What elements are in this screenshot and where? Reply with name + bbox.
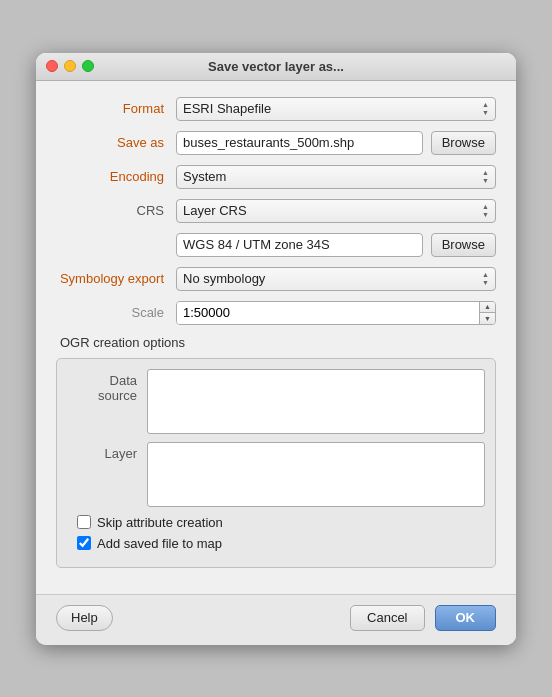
symbology-value: No symbology (183, 271, 265, 286)
scale-up-button[interactable]: ▲ (480, 302, 495, 314)
format-select[interactable]: ESRI Shapefile (176, 97, 496, 121)
encoding-select[interactable]: System (176, 165, 496, 189)
skip-attr-checkbox[interactable] (77, 515, 91, 529)
crs-wgs-value: WGS 84 / UTM zone 34S (183, 237, 330, 252)
saveas-control: buses_restaurants_500m.shp Browse (176, 131, 496, 155)
saveas-browse-button[interactable]: Browse (431, 131, 496, 155)
help-button[interactable]: Help (56, 605, 113, 631)
datasource-label: Data source (67, 369, 147, 434)
datasource-row: Data source (67, 369, 485, 434)
dialog-content: Format ESRI Shapefile Save as buses_rest… (36, 81, 516, 594)
symbology-control: No symbology (176, 267, 496, 291)
encoding-control: System (176, 165, 496, 189)
crs-layer-arrow (482, 203, 489, 218)
add-saved-label: Add saved file to map (97, 536, 222, 551)
right-buttons: Cancel OK (350, 605, 496, 631)
crs-browse-button[interactable]: Browse (431, 233, 496, 257)
format-select-arrow (482, 101, 489, 116)
symbology-row: Symbology export No symbology (56, 267, 496, 291)
traffic-lights (46, 60, 94, 72)
crs-wgs-input[interactable]: WGS 84 / UTM zone 34S (176, 233, 423, 257)
crs-layer-row: CRS Layer CRS (56, 199, 496, 223)
layer-row: Layer (67, 442, 485, 507)
window-title: Save vector layer as... (208, 59, 344, 74)
symbology-arrow (482, 271, 489, 286)
add-saved-row: Add saved file to map (67, 536, 485, 551)
format-row: Format ESRI Shapefile (56, 97, 496, 121)
crs-layer-control: Layer CRS (176, 199, 496, 223)
maximize-button[interactable] (82, 60, 94, 72)
dialog-window: Save vector layer as... Format ESRI Shap… (36, 53, 516, 645)
layer-label: Layer (67, 442, 147, 507)
scale-label: Scale (56, 305, 176, 320)
layer-textarea[interactable] (147, 442, 485, 507)
scale-down-button[interactable]: ▼ (480, 313, 495, 324)
cancel-button[interactable]: Cancel (350, 605, 424, 631)
ogr-section: Data source Layer Skip attribute creatio… (56, 358, 496, 568)
scale-row: Scale ▲ ▼ (56, 301, 496, 325)
encoding-row: Encoding System (56, 165, 496, 189)
ogr-section-title: OGR creation options (56, 335, 496, 350)
encoding-select-arrow (482, 169, 489, 184)
datasource-textarea[interactable] (147, 369, 485, 434)
format-control: ESRI Shapefile (176, 97, 496, 121)
button-row: Help Cancel OK (36, 594, 516, 645)
skip-attr-row: Skip attribute creation (67, 515, 485, 530)
add-saved-checkbox[interactable] (77, 536, 91, 550)
symbology-select[interactable]: No symbology (176, 267, 496, 291)
crs-layer-value: Layer CRS (183, 203, 247, 218)
symbology-label: Symbology export (56, 271, 176, 286)
crs-wgs-row: WGS 84 / UTM zone 34S Browse (56, 233, 496, 257)
format-select-value: ESRI Shapefile (183, 101, 271, 116)
crs-layer-select[interactable]: Layer CRS (176, 199, 496, 223)
format-label: Format (56, 101, 176, 116)
saveas-label: Save as (56, 135, 176, 150)
encoding-select-value: System (183, 169, 226, 184)
close-button[interactable] (46, 60, 58, 72)
scale-stepper[interactable]: ▲ ▼ (479, 302, 495, 324)
encoding-label: Encoding (56, 169, 176, 184)
scale-input-wrap: ▲ ▼ (176, 301, 496, 325)
saveas-value: buses_restaurants_500m.shp (183, 135, 354, 150)
skip-attr-label: Skip attribute creation (97, 515, 223, 530)
scale-input[interactable] (177, 302, 479, 324)
crs-wgs-control: WGS 84 / UTM zone 34S Browse (176, 233, 496, 257)
saveas-row: Save as buses_restaurants_500m.shp Brows… (56, 131, 496, 155)
saveas-input[interactable]: buses_restaurants_500m.shp (176, 131, 423, 155)
crs-label: CRS (56, 203, 176, 218)
titlebar: Save vector layer as... (36, 53, 516, 81)
minimize-button[interactable] (64, 60, 76, 72)
ok-button[interactable]: OK (435, 605, 497, 631)
